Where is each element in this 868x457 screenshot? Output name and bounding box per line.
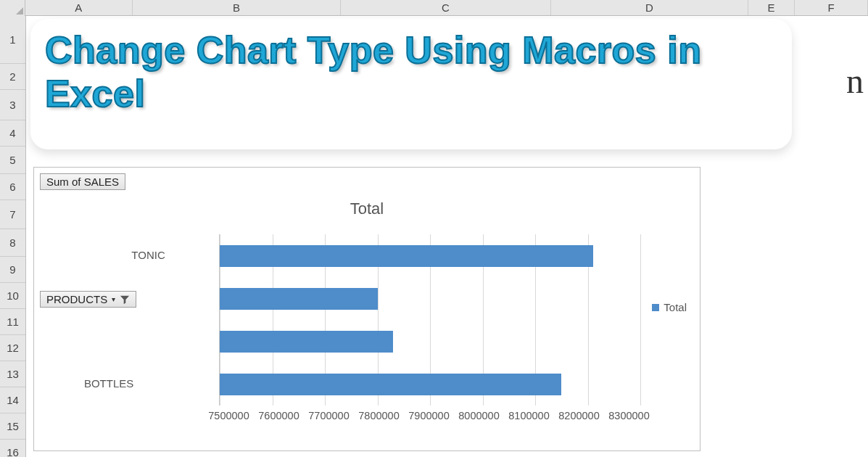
x-tick-label: 7700000 xyxy=(304,410,354,421)
x-tick-label: 8300000 xyxy=(604,410,654,421)
category-label: TONIC xyxy=(86,249,165,261)
row-header[interactable]: 3 xyxy=(0,90,25,120)
legend: Total xyxy=(652,301,687,313)
dropdown-arrow-icon: ▾ xyxy=(112,295,115,303)
title-banner: Change Chart Type Using Macros in Excel xyxy=(30,19,792,149)
column-header[interactable]: D xyxy=(551,0,748,15)
sum-label: Sum of SALES xyxy=(46,176,119,188)
bar[interactable] xyxy=(220,331,393,353)
row-header[interactable]: 2 xyxy=(0,64,25,90)
x-axis-ticks: 7500000760000077000007800000790000080000… xyxy=(204,410,655,421)
chart-title: Total xyxy=(34,199,700,218)
column-header[interactable]: E xyxy=(748,0,795,15)
column-header[interactable]: F xyxy=(795,0,868,15)
row-header[interactable]: 1 xyxy=(0,16,25,64)
products-label: PRODUCTS xyxy=(46,293,107,305)
column-header[interactable]: C xyxy=(341,0,551,15)
row-header[interactable]: 4 xyxy=(0,120,25,147)
bar[interactable] xyxy=(220,245,593,267)
x-tick-label: 8100000 xyxy=(504,410,554,421)
column-header-row: ABCDEF xyxy=(0,0,868,16)
plot-area: TONICSOFT DRINKSICE CUBESBOTTLES xyxy=(219,234,640,405)
x-tick-label: 7500000 xyxy=(204,410,254,421)
sum-of-sales-button[interactable]: Sum of SALES xyxy=(40,173,125,190)
category-label: BOTTLES xyxy=(54,377,133,390)
row-header[interactable]: 6 xyxy=(0,174,25,200)
bar[interactable] xyxy=(220,288,378,310)
grid-line xyxy=(640,234,641,405)
x-tick-label: 7900000 xyxy=(404,410,454,421)
products-filter-button[interactable]: PRODUCTS ▾ xyxy=(40,291,136,308)
row-header-column: 12345678910111213141516 xyxy=(0,16,26,457)
x-tick-label: 8200000 xyxy=(554,410,604,421)
bar-row: TONIC xyxy=(220,234,593,277)
row-header[interactable]: 9 xyxy=(0,257,25,283)
column-header[interactable]: A xyxy=(25,0,133,15)
row-header[interactable]: 14 xyxy=(0,387,25,413)
filter-icon xyxy=(120,295,130,305)
row-header[interactable]: 12 xyxy=(0,335,25,361)
row-header[interactable]: 10 xyxy=(0,283,25,309)
bar-row: BOTTLES xyxy=(220,363,561,405)
bar-row: SOFT DRINKS xyxy=(220,277,378,320)
chart-container[interactable]: Sum of SALES PRODUCTS ▾ Total TONICSOFT … xyxy=(33,167,700,451)
row-header[interactable]: 13 xyxy=(0,361,25,387)
row-header[interactable]: 16 xyxy=(0,440,25,457)
x-tick-label: 7600000 xyxy=(254,410,304,421)
legend-swatch-icon xyxy=(652,304,659,311)
bar[interactable] xyxy=(220,374,561,395)
partial-glyph: n xyxy=(846,61,864,101)
row-header[interactable]: 15 xyxy=(0,413,25,440)
row-header[interactable]: 5 xyxy=(0,147,25,174)
page-title: Change Chart Type Using Macros in Excel xyxy=(45,29,777,116)
x-tick-label: 7800000 xyxy=(354,410,404,421)
legend-label: Total xyxy=(664,301,687,313)
select-all-corner[interactable] xyxy=(0,0,25,16)
bar-row: ICE CUBES xyxy=(220,320,393,363)
row-header[interactable]: 7 xyxy=(0,200,25,229)
row-header[interactable]: 11 xyxy=(0,309,25,335)
x-tick-label: 8000000 xyxy=(454,410,504,421)
column-header[interactable]: B xyxy=(133,0,342,15)
row-header[interactable]: 8 xyxy=(0,229,25,257)
